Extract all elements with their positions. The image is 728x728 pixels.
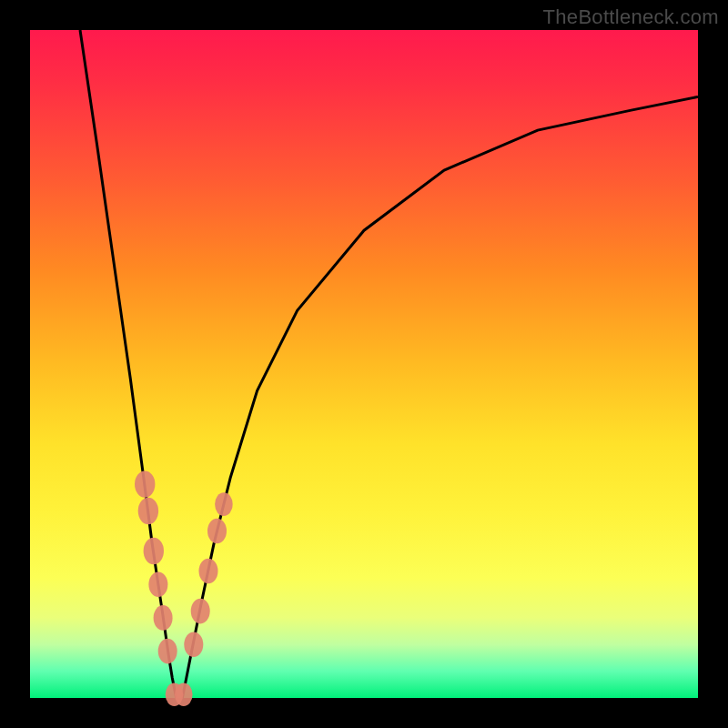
bead-marker [215,492,233,516]
bead-marker [154,605,173,631]
bead-marker [207,519,227,544]
bead-marker [175,683,193,707]
bead-marker [148,571,167,597]
bead-marker [144,538,164,564]
chart-canvas [30,30,698,698]
watermark-text: TheBottleneck.com [543,5,719,29]
curve-right-branch [182,96,698,698]
bead-marker [135,470,155,497]
bead-marker [191,599,210,624]
curve-left-branch [80,30,177,698]
bead-marker [138,498,158,524]
bead-marker [184,632,203,658]
bead-marker [199,559,218,584]
bead-marker [158,639,177,664]
chart-frame: TheBottleneck.com [0,0,728,728]
curve-beads [135,470,233,706]
curve-group [80,30,698,698]
